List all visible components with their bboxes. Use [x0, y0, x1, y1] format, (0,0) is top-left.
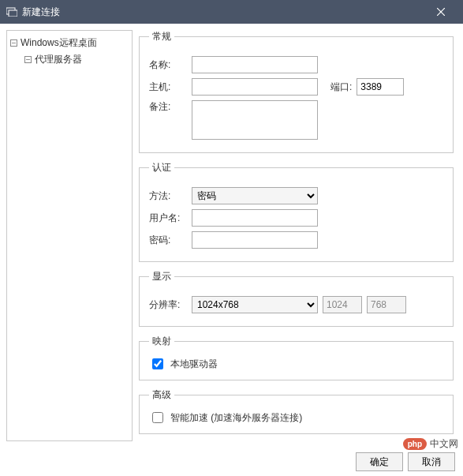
group-auth-legend: 认证	[149, 161, 174, 174]
tree-child-item[interactable]: – 代理服务器	[24, 52, 129, 67]
port-label: 端口:	[330, 81, 352, 94]
titlebar: 新建连接	[0, 0, 463, 24]
close-button[interactable]	[425, 0, 457, 24]
note-label: 备注:	[149, 100, 187, 114]
group-general: 常规 名称: 主机: 端口: 备注:	[139, 30, 454, 153]
name-input[interactable]	[192, 56, 318, 73]
group-display-legend: 显示	[149, 270, 174, 283]
name-label: 名称:	[149, 58, 187, 72]
ok-button[interactable]: 确定	[356, 452, 403, 471]
password-input[interactable]	[192, 231, 318, 249]
local-drive-checkbox[interactable]	[152, 358, 163, 369]
resolution-width-input	[323, 296, 362, 313]
port-input[interactable]	[357, 78, 404, 96]
tree-panel: – Windows远程桌面 – 代理服务器	[6, 30, 133, 441]
close-icon	[437, 8, 445, 16]
group-advanced-legend: 高级	[149, 388, 174, 402]
note-textarea[interactable]	[192, 100, 318, 140]
cancel-button[interactable]: 取消	[408, 452, 455, 471]
group-general-legend: 常规	[149, 30, 174, 43]
resolution-label: 分辨率:	[149, 298, 187, 312]
resolution-select[interactable]: 1024x768	[192, 296, 318, 313]
collapse-icon[interactable]: –	[24, 56, 32, 63]
method-select[interactable]: 密码	[192, 187, 318, 204]
svg-rect-1	[9, 10, 17, 17]
method-label: 方法:	[149, 189, 187, 203]
group-mapping: 映射 本地驱动器	[139, 335, 454, 380]
host-input[interactable]	[192, 78, 318, 96]
smart-accel-label: 智能加速 (加速海外服务器连接)	[170, 411, 302, 425]
group-auth: 认证 方法: 密码 用户名: 密码:	[139, 161, 454, 262]
group-display: 显示 分辨率: 1024x768	[139, 270, 454, 327]
button-bar: 确定 取消	[0, 448, 463, 476]
group-mapping-legend: 映射	[149, 335, 174, 348]
tree-root-label: Windows远程桌面	[21, 36, 97, 50]
username-input[interactable]	[192, 209, 318, 227]
tree-root-item[interactable]: – Windows远程桌面	[10, 36, 129, 51]
smart-accel-checkbox[interactable]	[152, 412, 163, 423]
tree-child-label: 代理服务器	[35, 53, 82, 66]
settings-panel: 常规 名称: 主机: 端口: 备注: 认证	[139, 30, 457, 441]
host-label: 主机:	[149, 81, 187, 94]
collapse-icon[interactable]: –	[10, 39, 17, 47]
resolution-height-input	[367, 296, 406, 313]
password-label: 密码:	[149, 234, 187, 247]
local-drive-label: 本地驱动器	[170, 358, 218, 371]
group-advanced: 高级 智能加速 (加速海外服务器连接)	[139, 388, 454, 434]
window-title: 新建连接	[22, 6, 60, 19]
username-label: 用户名:	[149, 212, 187, 225]
app-icon	[6, 7, 17, 17]
